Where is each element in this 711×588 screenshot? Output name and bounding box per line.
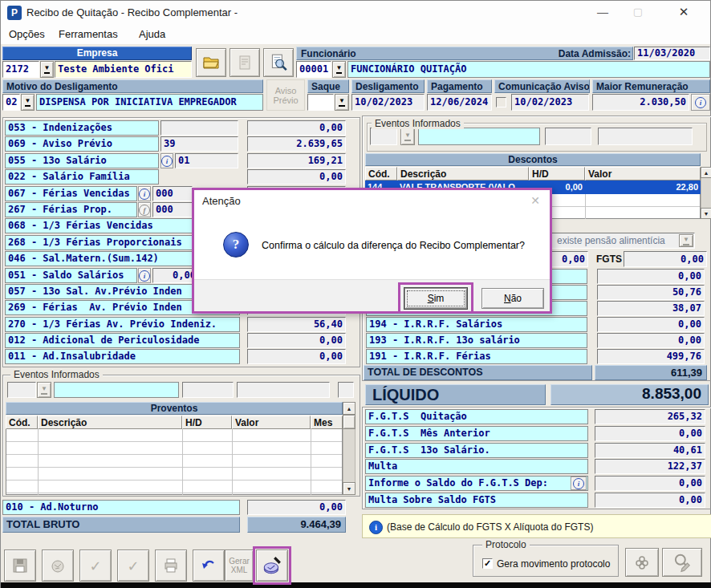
scroll-up-button[interactable]: ▲ (343, 402, 356, 415)
maior-remuneracao-header: Maior Remuneração (592, 79, 710, 93)
desconto-valor-input[interactable] (598, 128, 693, 145)
fgts-saldo-info-button[interactable]: i (571, 476, 587, 490)
verba-mid-field[interactable] (160, 120, 238, 136)
dropdown-arrow-icon: ▼ (44, 65, 51, 74)
print-button[interactable] (155, 549, 187, 582)
column-divider (585, 194, 586, 219)
save-button[interactable] (4, 549, 36, 582)
fgts-row-value[interactable]: 0,00 (595, 476, 705, 491)
fgts-row-label: F.G.T.S Mês Anterior (365, 426, 588, 441)
info-icon: i (695, 97, 706, 108)
undo-button[interactable] (193, 549, 225, 582)
verba-info-button[interactable]: i (138, 268, 151, 283)
verba-mid-field[interactable]: 000 (152, 202, 193, 217)
dialog-message: Confirma o cálculo da diferença do Recib… (262, 240, 525, 251)
provento-valor-input[interactable] (237, 382, 330, 398)
verba-label: 053 - Indenizações (5, 120, 159, 136)
application-window: P Recibo de Quitação - Recibo Complement… (0, 0, 711, 588)
minimize-button[interactable]: — (585, 1, 620, 25)
menu-ferramentas[interactable]: Ferramentas (59, 28, 118, 40)
desligamento-field[interactable]: 10/02/2023 (351, 94, 425, 111)
bottom-bar (1, 582, 711, 588)
motivo-dropdown-button[interactable]: ▼ (21, 94, 35, 111)
search-signature-button[interactable] (662, 548, 702, 577)
scroll-down-button[interactable]: ▼ (343, 482, 356, 495)
verba-mid-field[interactable]: 01 (175, 153, 238, 168)
ad-noturno-label: 010 - Ad.Noturno (2, 500, 240, 515)
flower-icon (632, 553, 652, 572)
menu-opcoes[interactable]: Opções (9, 28, 45, 40)
protocolo-checkbox[interactable]: ✓ (482, 558, 493, 569)
funcionario-name-field[interactable]: FUNCIONÁRIO QUITAÇÃO (347, 61, 710, 78)
verba-info-button[interactable]: i (138, 186, 151, 201)
liquido-value: 8.853,00 (551, 384, 709, 405)
fgts-row-label: Multa Sobre Saldo FGTS (365, 493, 588, 508)
verba-value-field: 0,00 (247, 120, 346, 136)
verba-mid-field[interactable]: 39 (160, 136, 238, 152)
motivo-descricao-field[interactable]: DISPENSA POR INICIATIVA EMPREGADOR (36, 94, 263, 111)
no-button[interactable]: Não (481, 288, 544, 309)
fgts-row-value: 122,37 (595, 459, 705, 474)
desconto-row-valor[interactable]: 22,80 (585, 180, 701, 194)
f-icon: f (139, 205, 150, 216)
desconto-cod-input[interactable] (370, 128, 397, 145)
desconto-hd-input[interactable] (545, 128, 591, 145)
saque-field[interactable] (307, 94, 334, 111)
search-employee-button[interactable] (263, 48, 294, 77)
provento-descricao-input[interactable] (54, 382, 179, 398)
irrf-value: 0,00 (597, 317, 705, 332)
empresa-dropdown-button[interactable]: ▼ (40, 61, 54, 78)
saque-dropdown-button[interactable]: ▼ (335, 94, 349, 111)
fgts-row-value: 40,61 (595, 443, 705, 458)
verba-value-field: 2.639,65 (247, 136, 346, 152)
search-document-icon (268, 52, 289, 73)
confirm-button[interactable]: ✓ (79, 549, 112, 582)
desconto-descricao-input[interactable] (418, 128, 540, 145)
options-flower-button[interactable] (625, 548, 659, 577)
verba-value-field: 56,40 (247, 317, 346, 332)
proventos-band: Proventos (6, 402, 343, 415)
column-divider (311, 429, 311, 495)
check-icon: ✓ (127, 558, 139, 574)
open-folder-button[interactable] (196, 48, 226, 77)
fgts-note: i (Base de Cálculo do FGTS X Alíquota do… (362, 514, 711, 538)
verba-info-button[interactable]: i (160, 153, 173, 168)
funcionario-dropdown-button[interactable]: ▼ (332, 61, 346, 78)
provento-mes-input[interactable] (338, 382, 354, 398)
maior-remuneracao-info-button[interactable]: i (691, 94, 710, 111)
gerar-xml-button[interactable]: Gerar XML (225, 549, 254, 582)
verba-f-button[interactable]: f (138, 202, 151, 217)
scroll-thumb[interactable] (343, 415, 356, 429)
dialog-close-icon[interactable]: ✕ (530, 194, 540, 207)
stamp-verify-button[interactable] (256, 549, 288, 582)
maximize-button[interactable]: ▢ (620, 1, 656, 25)
funcionario-code-field[interactable]: 00001 (296, 61, 331, 78)
pagamento-field[interactable]: 12/06/2024 (427, 94, 492, 111)
scroll-down-button[interactable]: ▼ (701, 208, 711, 219)
checkmark-icon: ✓ (484, 558, 491, 568)
irrf-value: 0,00 (597, 333, 705, 348)
confirm-all-button[interactable]: ✓ (117, 549, 149, 582)
verba-label: 270 - 1/3 Férias Av. Prévio Indeniz. (5, 317, 240, 332)
pensao-dropdown-button[interactable]: ▼ (679, 234, 693, 247)
comunicacao-aviso-field[interactable]: 10/02/2023 (511, 94, 589, 111)
provento-cod-input[interactable] (7, 382, 36, 398)
menu-ajuda[interactable]: Ajuda (139, 28, 165, 40)
yes-button[interactable]: Sim (404, 288, 467, 309)
comunicacao-aviso-checkbox[interactable] (496, 97, 506, 107)
fgts-inline-field[interactable]: 0,00 (624, 251, 707, 267)
desconto-dropdown-button[interactable]: ▼ (400, 128, 415, 145)
empresa-name-field[interactable]: Teste Ambiente Ofici (55, 61, 192, 78)
proventos-table-body[interactable] (6, 429, 343, 495)
provento-dropdown-button[interactable]: ▼ (37, 382, 51, 398)
discard-button[interactable] (42, 549, 74, 582)
dropdown-arrow-icon: ▼ (336, 65, 343, 74)
empresa-code-field[interactable]: 2172 (2, 61, 39, 78)
verba-value-field: 169,21 (247, 153, 346, 168)
provento-hd-input[interactable] (182, 382, 234, 398)
motivo-code-field[interactable]: 02 (2, 94, 20, 111)
report-button[interactable] (230, 48, 260, 77)
close-button[interactable]: ✕ (664, 1, 704, 25)
scroll-up-button[interactable]: ▲ (701, 167, 711, 178)
verba-mid-field[interactable]: 000 (152, 186, 193, 201)
